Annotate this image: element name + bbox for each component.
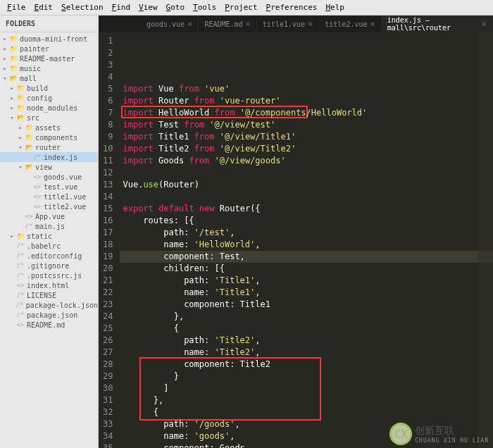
tree-item-title2-vue[interactable]: <>title2.vue xyxy=(0,201,98,211)
file-icon: <> xyxy=(32,202,42,211)
tab-title2-vue[interactable]: title2.vue× xyxy=(319,15,381,32)
disclosure-arrow-icon[interactable]: ▸ xyxy=(1,35,8,42)
code-line-18[interactable]: name: 'Title1', xyxy=(120,287,493,299)
tree-item--babelrc[interactable]: /*.babelrc xyxy=(0,241,98,251)
disclosure-arrow-icon[interactable]: ▸ xyxy=(1,65,8,72)
code-line-14[interactable]: name: 'HelloWorld', xyxy=(120,239,493,251)
menu-preferences[interactable]: Preferences xyxy=(262,1,322,13)
disclosure-arrow-icon[interactable]: ▾ xyxy=(17,163,24,170)
tab-index-js[interactable]: index.js — mall\src\router× xyxy=(382,15,493,32)
tree-item--editorconfig[interactable]: /*.editorconfig xyxy=(0,251,98,261)
disclosure-arrow-icon[interactable]: ▸ xyxy=(1,45,8,52)
code-line-9[interactable]: Vue.use(Router) xyxy=(120,179,493,191)
tree-item-app-vue[interactable]: <>App.vue xyxy=(0,211,98,221)
tree-item-painter[interactable]: ▸📁painter xyxy=(0,44,98,54)
tree-item-assets[interactable]: ▸📁assets xyxy=(0,123,98,132)
code-line-21[interactable]: { xyxy=(120,323,493,335)
close-icon[interactable]: × xyxy=(187,19,192,29)
tree-item--postcssrc-js[interactable]: /*.postcssrc.js xyxy=(0,270,98,280)
file-icon: /* xyxy=(15,301,24,309)
tree-item-music[interactable]: ▸📁music xyxy=(0,63,98,73)
tree-item-router[interactable]: ▾📂router xyxy=(0,142,98,152)
editor-body[interactable]: 1234567891011121314151617181920212223242… xyxy=(99,32,493,448)
tree-item-mall[interactable]: ▾📂mall xyxy=(0,73,98,83)
tree-item-readme-master[interactable]: ▸📁README-master xyxy=(0,54,98,63)
code-line-4[interactable]: import Test from '@/view/test' xyxy=(120,119,493,131)
code-line-16[interactable]: children: [{ xyxy=(120,263,493,275)
code-line-1[interactable]: import Vue from 'vue' xyxy=(120,83,493,95)
code-line-3[interactable]: import HelloWorld from '@/components/Hel… xyxy=(120,107,493,119)
code-line-26[interactable]: ] xyxy=(120,382,493,394)
close-icon[interactable]: × xyxy=(482,19,487,29)
disclosure-arrow-icon[interactable]: ▸ xyxy=(17,134,24,141)
menu-selection[interactable]: Selection xyxy=(57,1,108,13)
close-icon[interactable]: × xyxy=(308,19,313,29)
tree-item-index-html[interactable]: <>index.html xyxy=(0,280,98,290)
code-line-24[interactable]: component: Title2 xyxy=(120,359,493,371)
menu-find[interactable]: Find xyxy=(108,1,135,13)
menu-file[interactable]: File xyxy=(3,1,30,13)
tree-item--gitignore[interactable]: /*.gitignore xyxy=(0,261,98,270)
code-line-27[interactable]: }, xyxy=(120,394,493,406)
disclosure-arrow-icon[interactable]: ▸ xyxy=(1,55,8,62)
code-line-13[interactable]: path: '/test', xyxy=(120,227,493,239)
close-icon[interactable]: × xyxy=(246,19,251,29)
disclosure-arrow-icon[interactable]: ▸ xyxy=(8,94,15,101)
disclosure-arrow-icon[interactable]: ▸ xyxy=(8,104,15,111)
tree-item-static[interactable]: ▸📁static xyxy=(0,231,98,241)
tree-item-main-js[interactable]: /*main.js xyxy=(0,221,98,231)
tree-label: src xyxy=(27,114,39,122)
disclosure-arrow-icon[interactable]: ▸ xyxy=(17,124,24,131)
tree-item-config[interactable]: ▸📁config xyxy=(0,93,98,103)
code-line-25[interactable]: } xyxy=(120,371,493,382)
close-icon[interactable]: × xyxy=(370,19,375,29)
code-line-19[interactable]: component: Title1 xyxy=(120,299,493,311)
tab-readme-md[interactable]: README.md× xyxy=(199,15,256,32)
code-line-10[interactable] xyxy=(120,191,493,203)
tree-item-title1-vue[interactable]: <>title1.vue xyxy=(0,192,98,201)
tree-item-view[interactable]: ▾📂view xyxy=(0,162,98,172)
code-line-23[interactable]: name: 'Title2', xyxy=(120,347,493,359)
code-line-5[interactable]: import Title1 from '@/view/Title1' xyxy=(120,131,493,143)
editor-tabs: goods.vue×README.md×title1.vue×title2.vu… xyxy=(99,15,493,32)
tree-item-build[interactable]: ▸📁build xyxy=(0,83,98,93)
tree-item-index-js[interactable]: /*index.js xyxy=(0,152,98,162)
code-line-17[interactable]: path: 'Title1', xyxy=(120,275,493,287)
tree-item-readme-md[interactable]: <>README.md xyxy=(0,320,98,330)
code-line-22[interactable]: path: 'Title2', xyxy=(120,335,493,347)
tree-item-components[interactable]: ▸📁components xyxy=(0,132,98,142)
disclosure-arrow-icon[interactable]: ▾ xyxy=(17,144,24,151)
menu-help[interactable]: Help xyxy=(321,1,349,13)
tree-item-node-modules[interactable]: ▸📁node_modules xyxy=(0,103,98,113)
code-line-20[interactable]: }, xyxy=(120,311,493,323)
tab-goods-vue[interactable]: goods.vue× xyxy=(141,15,199,32)
menu-edit[interactable]: Edit xyxy=(30,1,58,13)
tree-item-package-json[interactable]: /*package.json xyxy=(0,310,98,320)
tree-item-src[interactable]: ▾📂src xyxy=(0,113,98,123)
tree-label: .gitignore xyxy=(27,262,69,270)
tree-item-duoma-mini-front[interactable]: ▸📁duoma-mini-front xyxy=(0,34,98,44)
code-line-12[interactable]: routes: [{ xyxy=(120,215,493,227)
menu-view[interactable]: View xyxy=(135,1,162,13)
menu-tools[interactable]: Tools xyxy=(189,1,220,13)
tree-item-license[interactable]: /*LICENSE xyxy=(0,290,98,300)
minimap[interactable] xyxy=(478,32,493,448)
tree-item-package-lock-json[interactable]: /*package-lock.json xyxy=(0,300,98,310)
code-line-2[interactable]: import Router from 'vue-router' xyxy=(120,95,493,107)
code-line-28[interactable]: { xyxy=(120,406,493,418)
tree-item-test-vue[interactable]: <>test.vue xyxy=(0,182,98,192)
code-line-6[interactable]: import Title2 from '@/view/Title2' xyxy=(120,143,493,155)
code-line-7[interactable]: import Goods from '@/view/goods' xyxy=(120,155,493,167)
tab-title1-vue[interactable]: title1.vue× xyxy=(257,15,319,32)
code-content[interactable]: import Vue from 'vue'import Router from … xyxy=(120,32,493,448)
tree-item-goods-vue[interactable]: <>goods.vue xyxy=(0,172,98,182)
code-line-15[interactable]: component: Test, xyxy=(120,251,493,263)
code-line-8[interactable] xyxy=(120,167,493,179)
disclosure-arrow-icon[interactable]: ▾ xyxy=(8,114,15,121)
menu-project[interactable]: Project xyxy=(220,1,261,13)
menu-goto[interactable]: Goto xyxy=(162,1,189,13)
code-line-11[interactable]: export default new Router({ xyxy=(120,203,493,215)
disclosure-arrow-icon[interactable]: ▾ xyxy=(1,75,8,82)
disclosure-arrow-icon[interactable]: ▸ xyxy=(8,232,15,239)
disclosure-arrow-icon[interactable]: ▸ xyxy=(8,85,15,92)
